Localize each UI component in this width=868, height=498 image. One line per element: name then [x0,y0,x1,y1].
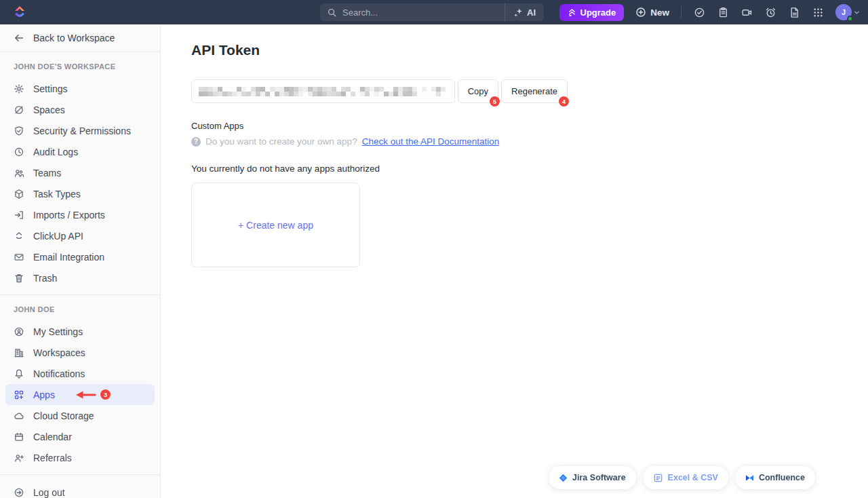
search-input[interactable] [342,7,505,18]
create-app-card[interactable]: + Create new app [191,183,360,267]
sidebar-item-referrals[interactable]: Referrals [0,447,160,468]
sidebar-item-logout[interactable]: Log out [0,481,160,498]
trash-icon [14,273,24,284]
custom-apps-question: Do you want to create your own app? [205,136,357,147]
item-label: Log out [33,487,65,498]
custom-apps-section: Custom Apps ? Do you want to create your… [191,121,868,267]
item-label: Spaces [33,104,65,115]
help-icon: ? [191,137,201,147]
user-menu[interactable]: J [835,4,860,20]
sidebar-item-task-types[interactable]: Task Types [0,183,160,204]
building-icon [14,347,24,358]
copy-button[interactable]: Copy 5 [458,79,498,103]
online-status-dot [847,16,853,22]
annotation-badge-5: 5 [490,96,500,107]
sidebar-item-settings[interactable]: Settings [0,78,160,99]
integration-shortcuts: Jira Software Excel & CSV Confluence [549,466,815,489]
user-section-label: JOHN DOE [14,305,146,313]
logout-icon [14,487,24,498]
regenerate-label: Regenerate [511,86,557,96]
sidebar-item-workspaces[interactable]: Workspaces [0,342,160,363]
item-label: Task Types [33,189,81,199]
api-token-row: Copy 5 Regenerate 4 [191,79,568,103]
api-documentation-link[interactable]: Check out the API Documentation [362,136,500,147]
item-label: Apps [33,389,55,400]
sidebar-item-trash[interactable]: Trash [0,267,160,288]
planet-icon [14,104,24,115]
excel-file-icon [653,473,663,483]
api-token-field[interactable] [191,79,455,103]
back-to-workspace[interactable]: Back to Workspace [0,24,160,52]
sidebar-item-security-permissions[interactable]: Security & Permissions [0,120,160,141]
divider [0,474,160,475]
settings-sidebar: Back to Workspace JOHN DOE'S WORKSPACE S… [0,24,161,498]
annotation-badge-3: 3 [100,389,111,400]
apps-grid-plus-icon [14,389,24,400]
custom-apps-title: Custom Apps [191,121,868,131]
sparkle-icon [513,7,524,18]
no-apps-message: You currently do not have any apps autho… [191,164,868,174]
workspace-section-label: JOHN DOE'S WORKSPACE [14,62,146,71]
confluence-logo-icon [745,474,754,482]
annotation-group: 3 [71,389,111,400]
sidebar-item-teams[interactable]: Teams [0,162,160,183]
video-camera-icon[interactable] [741,6,753,18]
item-label: Notifications [33,368,85,379]
sidebar-item-audit-logs[interactable]: Audit Logs [0,141,160,162]
check-circle-icon[interactable] [693,6,705,18]
clickup-logo-icon[interactable] [11,3,28,21]
sidebar-item-notifications[interactable]: Notifications [0,363,160,384]
divider [681,6,682,18]
sidebar-item-email-integration[interactable]: Email Integration [0,246,160,267]
sidebar-item-imports-exports[interactable]: Imports / Exports [0,204,160,225]
bell-icon [14,368,24,379]
clipboard-icon[interactable] [717,6,729,18]
upgrade-button[interactable]: Upgrade [559,4,625,21]
sidebar-item-cloud-storage[interactable]: Cloud Storage [0,405,160,426]
clickup-mark-icon [14,231,24,242]
item-label: Teams [33,168,61,178]
copy-label: Copy [468,86,488,96]
sidebar-item-clickup-api[interactable]: ClickUp API [0,225,160,246]
person-circle-icon [14,326,24,337]
back-label: Back to Workspace [33,33,115,43]
sidebar-item-apps[interactable]: Apps 3 [5,384,155,405]
annotation-arrow-left [71,390,98,400]
ai-button[interactable]: AI [505,3,544,21]
item-label: Referrals [33,453,72,463]
cube-icon [14,189,24,199]
page-title: API Token [191,42,868,58]
arrow-left-icon [14,33,24,43]
upgrade-label: Upgrade [580,7,616,18]
search-bar[interactable]: AI [320,3,544,21]
pill-label: Confluence [759,473,805,482]
sidebar-item-calendar[interactable]: Calendar [0,426,160,447]
jira-software-button[interactable]: Jira Software [549,466,636,489]
item-label: Audit Logs [33,147,78,157]
sidebar-item-spaces[interactable]: Spaces [0,99,160,120]
main-content: API Token Copy 5 Regenerate 4 Custom App… [161,24,868,498]
create-new-app-link[interactable]: + Create new app [238,220,313,231]
ai-label: AI [527,7,536,18]
sidebar-item-my-settings[interactable]: My Settings [0,321,160,342]
excel-csv-button[interactable]: Excel & CSV [643,466,728,489]
item-label: Cloud Storage [33,410,94,421]
import-arrow-icon [14,210,24,221]
document-icon[interactable] [788,6,800,18]
confluence-button[interactable]: Confluence [735,466,815,489]
app-grid-icon[interactable] [812,6,824,18]
new-label: New [650,7,669,18]
gear-icon [14,83,24,94]
item-label: Trash [33,273,57,284]
search-icon [327,7,337,18]
regenerate-button[interactable]: Regenerate 4 [501,79,568,103]
divider [0,294,160,295]
alarm-clock-icon[interactable] [764,6,776,18]
cloud-icon [14,410,24,421]
avatar: J [835,4,852,20]
new-button[interactable]: New [635,7,669,18]
top-bar: AI Upgrade New [0,0,868,24]
annotation-badge-4: 4 [559,96,569,107]
envelope-icon [14,252,24,263]
shield-check-icon [14,126,24,136]
